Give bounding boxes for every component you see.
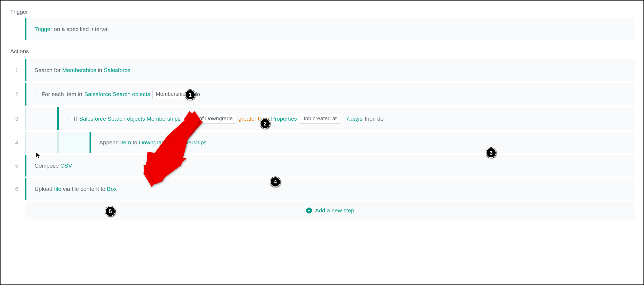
step-text: Search for xyxy=(35,67,62,73)
step-card-6[interactable]: Upload file via file content to Box xyxy=(25,178,635,200)
step-number: 1 xyxy=(9,59,25,81)
trigger-link[interactable]: Trigger xyxy=(35,26,52,32)
indent-bar xyxy=(25,132,26,153)
step-row-3: 3 ⌄ If Salesforce Search objects Members… xyxy=(9,107,635,130)
trigger-text: on a specified interval xyxy=(52,26,109,32)
step-row-1: 1 Search for Memberships in Salesforce xyxy=(9,59,635,81)
step-card-3[interactable]: ⌄ If Salesforce Search objects Membershi… xyxy=(57,107,635,130)
step-text: Upload xyxy=(35,186,54,192)
step-row-6: 6 Upload file via file content to Box xyxy=(9,178,635,200)
step-text: in xyxy=(96,67,104,73)
step-text: Append xyxy=(99,139,120,145)
add-step-button[interactable]: + Add a new step xyxy=(25,201,635,220)
step-number: 3 xyxy=(9,107,25,130)
step-link-file[interactable]: file xyxy=(54,186,61,192)
pill-job-created-at[interactable]: Job created at xyxy=(299,114,340,124)
trigger-section-label: Trigger xyxy=(9,9,635,15)
step-text: then do xyxy=(365,116,383,122)
step-link-item[interactable]: item xyxy=(120,139,131,145)
add-step-label: Add a new step xyxy=(315,207,354,214)
indent-track xyxy=(25,132,57,153)
annotation-badge-1: 1 xyxy=(185,90,195,100)
annotation-badge-3: 3 xyxy=(486,148,496,158)
step-text: For each item in xyxy=(42,91,82,97)
step-link-properties[interactable]: Properties xyxy=(271,116,297,122)
step-card-5[interactable]: Compose CSV xyxy=(25,155,635,177)
trigger-spacer xyxy=(9,18,25,40)
indent-track xyxy=(57,132,90,153)
actions-section-label: Actions xyxy=(9,48,635,55)
pill-date-of-downgrade[interactable]: Date of Downgrade xyxy=(183,114,236,124)
step-number: 4 xyxy=(9,132,25,153)
chevron-down-icon[interactable]: ⌄ xyxy=(35,92,38,96)
indent-track xyxy=(25,107,57,130)
step-row-5: 5 Compose CSV xyxy=(9,155,635,177)
annotation-badge-5: 5 xyxy=(105,206,115,216)
add-step-row: + Add a new step xyxy=(9,201,635,220)
step-number: 2 xyxy=(9,83,25,106)
step-link-box[interactable]: Box xyxy=(107,186,117,192)
step-text: via file content to xyxy=(61,186,107,192)
step-link-offset[interactable]: - 7.days xyxy=(342,116,363,122)
annotation-badge-2: 2 xyxy=(260,118,270,129)
step-link-salesforce-search[interactable]: Salesforce Search objects xyxy=(84,91,150,97)
step-card-2[interactable]: ⌄ For each item in Salesforce Search obj… xyxy=(25,83,635,106)
add-step-spacer xyxy=(9,201,25,220)
step-link-csv[interactable]: CSV xyxy=(60,162,72,169)
step-card-4[interactable]: Append item to Downgraded Memberships xyxy=(90,132,635,153)
step-text: to xyxy=(131,139,139,145)
plus-circle-icon: + xyxy=(306,208,312,213)
step-row-4: 4 Append item to Downgraded Memberships xyxy=(9,132,635,153)
step-link-salesforce[interactable]: Salesforce xyxy=(104,67,131,73)
trigger-row: Trigger on a specified interval xyxy=(9,18,635,40)
step-link-downgraded-memberships[interactable]: Downgraded Memberships xyxy=(139,139,207,145)
annotation-badge-4: 4 xyxy=(270,177,280,187)
trigger-card[interactable]: Trigger on a specified interval xyxy=(25,18,635,40)
step-number: 5 xyxy=(9,155,25,177)
indent-bar xyxy=(25,107,26,130)
step-text: Compose xyxy=(35,162,60,169)
step-link-salesforce-search[interactable]: Salesforce Search objects Memberships xyxy=(79,116,181,122)
step-text: If xyxy=(74,116,77,122)
chevron-down-icon[interactable]: ⌄ xyxy=(67,117,70,121)
indent-bar xyxy=(57,132,59,153)
step-link-memberships[interactable]: Memberships xyxy=(62,67,96,73)
step-row-2: 2 ⌄ For each item in Salesforce Search o… xyxy=(9,83,635,106)
step-card-1[interactable]: Search for Memberships in Salesforce xyxy=(25,59,635,81)
step-number: 6 xyxy=(9,178,25,200)
